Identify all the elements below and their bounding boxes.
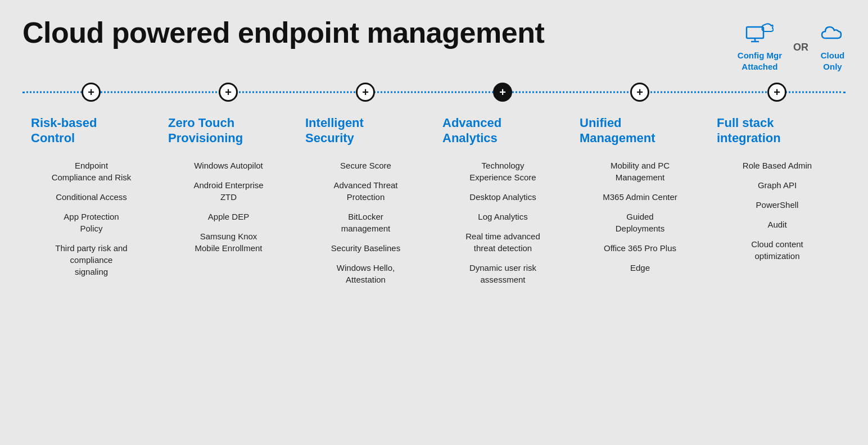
cloud-only-label: CloudOnly <box>821 50 845 72</box>
list-item: Desktop Analytics <box>442 191 563 203</box>
list-item: Security Baselines <box>305 242 426 254</box>
list-item: Conditional Access <box>31 191 152 203</box>
list-item: Mobility and PCManagement <box>580 160 700 183</box>
timeline-row: ++++++ <box>22 82 846 102</box>
svg-rect-0 <box>747 27 763 38</box>
list-item: Windows Autopilot <box>168 160 289 171</box>
page-wrapper: Cloud powered endpoint management Config… <box>0 0 868 445</box>
list-item: Windows Hello,Attestation <box>305 262 426 285</box>
column-risk-based-control: Risk-basedControlEndpointCompliance and … <box>22 116 160 285</box>
list-item: M365 Admin Center <box>580 191 700 203</box>
column-title-intelligent-security: IntelligentSecurity <box>305 116 426 149</box>
column-title-unified-management: UnifiedManagement <box>580 116 700 149</box>
list-item: App ProtectionPolicy <box>31 211 152 234</box>
list-item: Dynamic user riskassessment <box>442 262 563 285</box>
column-advanced-analytics: AdvancedAnalyticsTechnologyExperience Sc… <box>434 116 571 285</box>
column-items-unified-management: Mobility and PCManagementM365 Admin Cent… <box>580 160 700 274</box>
column-title-advanced-analytics: AdvancedAnalytics <box>442 116 563 149</box>
list-item: Advanced ThreatProtection <box>305 179 426 203</box>
list-item: Real time advancedthreat detection <box>442 230 563 254</box>
column-items-intelligent-security: Secure ScoreAdvanced ThreatProtectionBit… <box>305 160 426 285</box>
list-item: EndpointCompliance and Risk <box>31 160 152 183</box>
column-items-zero-touch: Windows AutopilotAndroid EnterpriseZTDAp… <box>168 160 289 254</box>
column-title-full-stack: Full stackintegration <box>717 116 838 149</box>
list-item: Graph API <box>717 179 838 191</box>
timeline-node: + <box>82 83 101 102</box>
config-mgr-label: Config MgrAttached <box>738 50 782 72</box>
list-item: BitLockermanagement <box>305 211 426 234</box>
column-title-zero-touch: Zero TouchProvisioning <box>168 116 289 149</box>
or-separator: OR <box>793 42 808 53</box>
column-unified-management: UnifiedManagementMobility and PCManageme… <box>571 116 708 285</box>
column-items-advanced-analytics: TechnologyExperience ScoreDesktop Analyt… <box>442 160 563 285</box>
column-items-risk-based-control: EndpointCompliance and RiskConditional A… <box>31 160 152 278</box>
timeline-node: + <box>493 83 512 102</box>
column-full-stack: Full stackintegrationRole Based AdminGra… <box>708 116 846 285</box>
header-row: Cloud powered endpoint management Config… <box>22 17 846 72</box>
list-item: Log Analytics <box>442 211 563 222</box>
page-title: Cloud powered endpoint management <box>22 17 544 49</box>
list-item: Apple DEP <box>168 211 289 222</box>
cloud-only-option: CloudOnly <box>820 22 846 72</box>
list-item: Office 365 Pro Plus <box>580 242 700 254</box>
list-item: Edge <box>580 262 700 274</box>
list-item: GuidedDeployments <box>580 211 700 234</box>
timeline-nodes: ++++++ <box>22 83 846 102</box>
config-mgr-icon <box>745 22 774 48</box>
list-item: Secure Score <box>305 160 426 171</box>
list-item: Role Based Admin <box>717 160 838 171</box>
timeline-node: + <box>630 83 649 102</box>
list-item: Cloud contentoptimization <box>717 238 838 262</box>
list-item: Audit <box>717 219 838 230</box>
column-title-risk-based-control: Risk-basedControl <box>31 116 152 149</box>
timeline-node: + <box>356 83 375 102</box>
header-right: Config MgrAttached OR CloudOnly <box>738 22 846 72</box>
column-intelligent-security: IntelligentSecuritySecure ScoreAdvanced … <box>297 116 434 285</box>
column-items-full-stack: Role Based AdminGraph APIPowerShellAudit… <box>717 160 838 262</box>
config-mgr-option: Config MgrAttached <box>738 22 782 72</box>
columns-row: Risk-basedControlEndpointCompliance and … <box>22 116 846 285</box>
column-zero-touch: Zero TouchProvisioningWindows AutopilotA… <box>160 116 297 285</box>
list-item: Third party risk andcompliancesignaling <box>31 242 152 278</box>
list-item: Samsung KnoxMobile Enrollment <box>168 230 289 254</box>
timeline-node: + <box>219 83 238 102</box>
list-item: TechnologyExperience Score <box>442 160 563 183</box>
cloud-only-icon <box>820 22 846 48</box>
list-item: PowerShell <box>717 199 838 211</box>
timeline-node: + <box>767 83 786 102</box>
list-item: Android EnterpriseZTD <box>168 179 289 203</box>
